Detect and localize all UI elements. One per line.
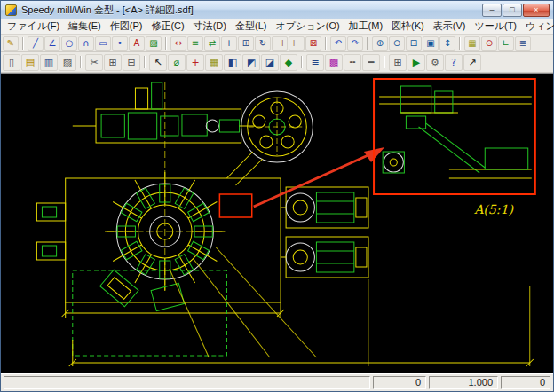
coordinate-button[interactable]: + bbox=[186, 54, 204, 71]
layer-manager-icon: ≡ bbox=[311, 58, 319, 67]
menu-item[interactable]: 寸法(D) bbox=[189, 19, 231, 34]
copy-clipboard-icon: ⊞ bbox=[108, 58, 116, 67]
toolbar-row-1: ✎╱∠○∩▭•A▨↔≡⇄+⊞↻⊣⊢⊠↶↷⊕⊖⊡▣↕▦⊙∟≣ bbox=[1, 35, 553, 52]
dimension-button[interactable]: ↔ bbox=[170, 36, 186, 51]
minimize-button[interactable]: ‒ bbox=[482, 4, 502, 17]
rotate-button[interactable]: ↻ bbox=[255, 36, 271, 51]
table-icon: ▦ bbox=[210, 58, 218, 67]
calculator-icon: ⊞ bbox=[393, 58, 401, 67]
macro-run-icon: ▶ bbox=[413, 58, 420, 67]
maximize-button[interactable]: □ bbox=[503, 4, 522, 17]
menu-item[interactable]: ファイル(F) bbox=[3, 19, 64, 34]
trim-button[interactable]: ⊣ bbox=[272, 36, 288, 51]
draw-line-button[interactable]: ╱ bbox=[28, 36, 44, 51]
grid-button[interactable]: ▦ bbox=[464, 36, 480, 51]
undo-icon: ↶ bbox=[335, 39, 342, 48]
status-bar: 01.0000 bbox=[1, 373, 553, 391]
draw-rect-button[interactable]: ▭ bbox=[95, 36, 111, 51]
cut-button[interactable]: ✂ bbox=[85, 54, 103, 71]
offset-button[interactable]: ≡ bbox=[187, 36, 203, 51]
layer-manager-button[interactable]: ≡ bbox=[306, 54, 324, 71]
lower-units bbox=[100, 270, 185, 310]
calculator-button[interactable]: ⊞ bbox=[389, 54, 407, 71]
view-front-button[interactable]: ◧ bbox=[224, 54, 241, 71]
paste-button[interactable]: ⊟ bbox=[123, 54, 140, 71]
line-style-button[interactable]: ╍ bbox=[344, 54, 361, 71]
toolbar-separator bbox=[384, 56, 385, 68]
grid-icon: ▦ bbox=[468, 39, 476, 48]
station-1 bbox=[281, 187, 368, 228]
snap-button[interactable]: ⊙ bbox=[481, 36, 497, 51]
toolbar-separator bbox=[301, 56, 303, 68]
pointer-mode-icon: ↗ bbox=[468, 58, 476, 67]
pointer-mode-button[interactable]: ↗ bbox=[463, 54, 481, 71]
menu-item[interactable]: ツール(T) bbox=[470, 19, 521, 34]
move-button[interactable]: + bbox=[221, 36, 237, 51]
erase-button[interactable]: ⊠ bbox=[305, 36, 321, 51]
layers-button[interactable]: ≣ bbox=[515, 36, 531, 51]
copy-clipboard-button[interactable]: ⊞ bbox=[104, 54, 122, 71]
menu-item[interactable]: 編集(E) bbox=[64, 19, 106, 34]
view-side-button[interactable]: ◪ bbox=[261, 54, 279, 71]
draw-line-icon: ╱ bbox=[33, 39, 38, 48]
undo-button[interactable]: ↶ bbox=[330, 36, 346, 51]
menu-item[interactable]: 図枠(K) bbox=[387, 19, 429, 34]
rotate-icon: ↻ bbox=[259, 39, 266, 48]
draw-arc-button[interactable]: ∩ bbox=[78, 36, 94, 51]
zoom-in-button[interactable]: ⊕ bbox=[372, 36, 388, 51]
menu-item[interactable]: 金型(L) bbox=[231, 19, 271, 34]
dimension-lines bbox=[62, 247, 534, 366]
draw-polyline-button[interactable]: ∠ bbox=[44, 36, 60, 51]
draw-text-icon: A bbox=[134, 39, 140, 48]
title-bar[interactable]: Speedy mill/Win 金型 - [<A> 詳細図.sdf] ‒ □ × bbox=[1, 1, 553, 19]
measure-diameter-icon: ⌀ bbox=[174, 58, 180, 67]
mirror-button[interactable]: ⇄ bbox=[204, 36, 220, 51]
cut-icon: ✂ bbox=[90, 58, 98, 67]
window-controls: ‒ □ × bbox=[482, 4, 550, 17]
measure-diameter-button[interactable]: ⌀ bbox=[168, 54, 186, 71]
zoom-fit-button[interactable]: ▣ bbox=[423, 36, 439, 51]
extend-button[interactable]: ⊢ bbox=[289, 36, 305, 51]
drawing-canvas[interactable]: A(5:1) bbox=[1, 73, 553, 373]
draw-circle-button[interactable]: ○ bbox=[61, 36, 77, 51]
view-top-button[interactable]: ◩ bbox=[242, 54, 260, 71]
menu-item[interactable]: オプション(O) bbox=[271, 19, 344, 34]
print-button[interactable]: ▨ bbox=[59, 54, 76, 71]
menu-item[interactable]: ウィンドウ(W) bbox=[521, 19, 554, 34]
draw-text-button[interactable]: A bbox=[129, 36, 145, 51]
view-3d-button[interactable]: ◆ bbox=[280, 54, 297, 71]
save-file-icon: ▥ bbox=[44, 58, 53, 67]
menu-item[interactable]: 加工(M) bbox=[344, 19, 388, 34]
paste-icon: ⊟ bbox=[127, 58, 135, 67]
color-picker-button[interactable]: ▩ bbox=[325, 54, 343, 71]
pan-button[interactable]: ↕ bbox=[439, 36, 455, 51]
settings-button[interactable]: ⚙ bbox=[426, 54, 444, 71]
select-button[interactable]: ↖ bbox=[149, 54, 167, 71]
save-file-button[interactable]: ▥ bbox=[40, 54, 58, 71]
menu-item[interactable]: 表示(V) bbox=[429, 19, 471, 34]
close-button[interactable]: × bbox=[523, 4, 550, 17]
erase-icon: ⊠ bbox=[310, 39, 317, 48]
open-file-button[interactable]: ▤ bbox=[21, 54, 39, 71]
zoom-out-icon: ⊖ bbox=[393, 39, 400, 48]
zoom-window-button[interactable]: ⊡ bbox=[406, 36, 422, 51]
draw-point-button[interactable]: • bbox=[112, 36, 128, 51]
line-width-button[interactable]: ━ bbox=[362, 54, 380, 71]
new-file-button[interactable]: ▯ bbox=[3, 54, 20, 71]
menu-bar: ファイル(F)編集(E)作図(P)修正(C)寸法(D)金型(L)オプション(O)… bbox=[1, 19, 553, 35]
redo-button[interactable]: ↷ bbox=[347, 36, 363, 51]
macro-run-button[interactable]: ▶ bbox=[408, 54, 425, 71]
app-icon bbox=[5, 4, 17, 16]
left-units bbox=[36, 203, 65, 260]
ortho-button[interactable]: ∟ bbox=[498, 36, 514, 51]
hatch-button[interactable]: ▨ bbox=[146, 36, 162, 51]
zoom-out-button[interactable]: ⊖ bbox=[389, 36, 405, 51]
menu-item[interactable]: 修正(C) bbox=[146, 19, 188, 34]
menu-item[interactable]: 作図(P) bbox=[106, 19, 147, 34]
context-help-button[interactable]: ? bbox=[445, 54, 463, 71]
copy-button[interactable]: ⊞ bbox=[238, 36, 254, 51]
table-button[interactable]: ▦ bbox=[205, 54, 223, 71]
draw-pencil-button[interactable]: ✎ bbox=[3, 36, 19, 51]
snap-icon: ⊙ bbox=[486, 39, 493, 48]
detail-zoom-box bbox=[374, 79, 535, 194]
